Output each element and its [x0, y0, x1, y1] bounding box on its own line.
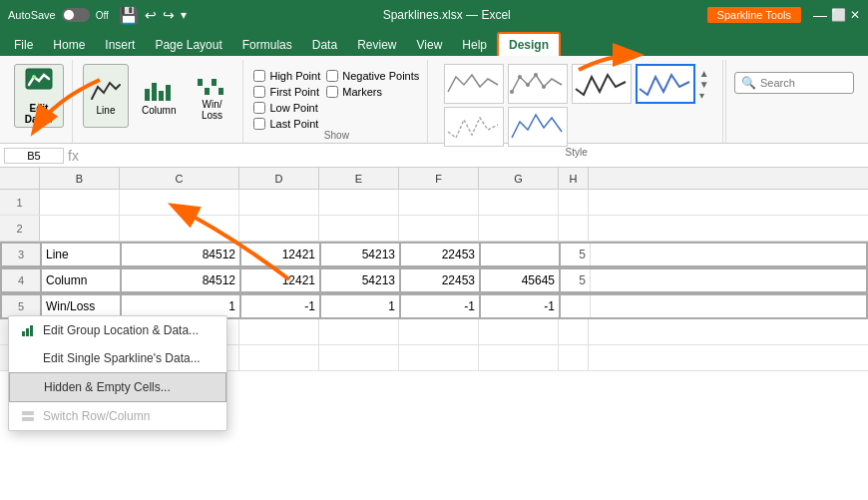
last-point-checkbox[interactable]	[253, 118, 265, 130]
cell-g7[interactable]	[479, 345, 559, 370]
sparkline-line-button[interactable]: Line	[83, 64, 129, 128]
cell-f1[interactable]	[399, 190, 479, 215]
cell-c2[interactable]	[120, 216, 239, 241]
style-scroll-up[interactable]: ▲	[699, 68, 709, 79]
cell-h3[interactable]: 5	[561, 244, 591, 265]
cell-c3[interactable]: 84512	[122, 244, 241, 265]
style-preview-1[interactable]	[444, 64, 504, 104]
dropdown-item-single-sparkline[interactable]: Edit Single Sparkline's Data...	[9, 344, 226, 372]
style-preview-2[interactable]	[508, 64, 568, 104]
cell-e7[interactable]	[319, 345, 399, 370]
tab-formulas[interactable]: Formulas	[232, 34, 302, 56]
search-input[interactable]	[760, 77, 840, 89]
cell-g4[interactable]: 45645	[481, 269, 561, 291]
tab-review[interactable]: Review	[347, 34, 406, 56]
col-header-h[interactable]: H	[559, 168, 589, 189]
tab-insert[interactable]: Insert	[95, 34, 145, 56]
low-point-checkbox[interactable]	[253, 102, 265, 114]
negative-points-checkbox[interactable]	[326, 70, 338, 82]
cell-g3[interactable]	[481, 244, 561, 265]
style-group-label: Style	[566, 147, 588, 160]
tab-help[interactable]: Help	[452, 34, 497, 56]
tab-data[interactable]: Data	[302, 34, 347, 56]
autosave-toggle[interactable]	[62, 8, 90, 22]
cell-e5[interactable]: 1	[321, 295, 401, 317]
cell-g6[interactable]	[479, 319, 559, 344]
style-scroll-down[interactable]: ▼	[699, 79, 709, 90]
sparkline-winloss-button[interactable]: Win/Loss	[189, 64, 234, 128]
edit-data-button[interactable]: EditData ▾	[14, 64, 64, 128]
cell-e2[interactable]	[319, 216, 399, 241]
style-more[interactable]: ▾	[699, 90, 709, 101]
ribbon-group-type: Line Column	[75, 60, 243, 143]
tab-view[interactable]: View	[407, 34, 453, 56]
col-header-f[interactable]: F	[399, 168, 479, 189]
cell-b5[interactable]: Win/Loss	[42, 295, 122, 317]
markers-checkbox[interactable]	[326, 86, 338, 98]
cell-b4[interactable]: Column	[42, 269, 122, 291]
high-point-checkbox[interactable]	[253, 70, 265, 82]
window-minimize[interactable]: —	[813, 7, 827, 23]
tab-home[interactable]: Home	[43, 34, 95, 56]
more-icon[interactable]: ▾	[181, 8, 187, 22]
name-box[interactable]: B5	[4, 148, 64, 164]
cell-h6[interactable]	[559, 319, 589, 344]
col-header-g[interactable]: G	[479, 168, 559, 189]
cell-d3[interactable]: 12421	[241, 244, 321, 265]
cell-d5[interactable]: -1	[241, 295, 321, 317]
cell-h7[interactable]	[559, 345, 589, 370]
cell-c1[interactable]	[120, 190, 239, 215]
cell-d6[interactable]	[239, 319, 319, 344]
cell-f2[interactable]	[399, 216, 479, 241]
cell-d1[interactable]	[239, 190, 319, 215]
first-point-checkbox[interactable]	[253, 86, 265, 98]
cell-f3[interactable]: 22453	[401, 244, 481, 265]
cell-e3[interactable]: 54213	[321, 244, 401, 265]
redo-icon[interactable]: ↪	[163, 7, 175, 23]
cell-d7[interactable]	[239, 345, 319, 370]
window-restore[interactable]: ⬜	[831, 8, 846, 22]
cell-d4[interactable]: 12421	[241, 269, 321, 291]
cell-h2[interactable]	[559, 216, 589, 241]
cell-b2[interactable]	[40, 216, 120, 241]
cell-h4[interactable]: 5	[561, 269, 591, 291]
cell-e6[interactable]	[319, 319, 399, 344]
dropdown-item-group-location[interactable]: Edit Group Location & Data...	[9, 316, 226, 344]
cell-f6[interactable]	[399, 319, 479, 344]
style-preview-4[interactable]	[636, 64, 695, 104]
cell-b1[interactable]	[40, 190, 120, 215]
save-icon[interactable]: 💾	[119, 6, 139, 25]
window-close[interactable]: ✕	[850, 8, 860, 22]
cell-c4[interactable]: 84512	[122, 269, 241, 291]
cell-g1[interactable]	[479, 190, 559, 215]
cell-e1[interactable]	[319, 190, 399, 215]
cell-f7[interactable]	[399, 345, 479, 370]
search-box[interactable]: 🔍	[734, 72, 854, 94]
col-header-d[interactable]: D	[239, 168, 319, 189]
tab-design[interactable]: Design	[497, 32, 561, 56]
tab-page-layout[interactable]: Page Layout	[145, 34, 231, 56]
tab-file[interactable]: File	[4, 34, 43, 56]
svg-rect-3	[152, 83, 157, 101]
cell-h1[interactable]	[559, 190, 589, 215]
cell-e4[interactable]: 54213	[321, 269, 401, 291]
cell-f5[interactable]: -1	[401, 295, 481, 317]
ribbon-tabs: File Home Insert Page Layout Formulas Da…	[0, 30, 868, 56]
cell-g5[interactable]: -1	[481, 295, 561, 317]
dropdown-item-hidden-empty[interactable]: Hidden & Empty Cells...	[9, 372, 226, 402]
col-header-e[interactable]: E	[319, 168, 399, 189]
style-preview-6[interactable]	[508, 107, 568, 147]
undo-icon[interactable]: ↩	[145, 7, 157, 23]
sparkline-column-button[interactable]: Column	[135, 64, 183, 128]
style-preview-5[interactable]	[444, 107, 504, 147]
cell-d2[interactable]	[239, 216, 319, 241]
style-preview-3[interactable]	[572, 64, 632, 104]
cell-c5[interactable]: 1	[122, 295, 241, 317]
cell-g2[interactable]	[479, 216, 559, 241]
cell-h5[interactable]	[561, 295, 591, 317]
cell-b3[interactable]: Line	[42, 244, 122, 265]
cell-f4[interactable]: 22453	[401, 269, 481, 291]
formula-input[interactable]	[83, 149, 864, 163]
col-header-c[interactable]: C	[120, 168, 239, 189]
col-header-b[interactable]: B	[40, 168, 120, 189]
